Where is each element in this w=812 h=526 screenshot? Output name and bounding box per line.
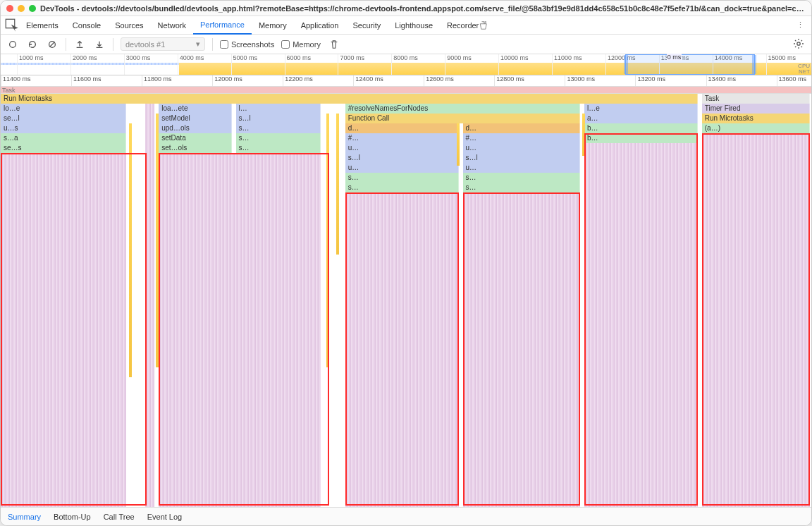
time-ruler[interactable]: 11400 ms11600 ms11800 ms12000 ms12200 ms… — [1, 75, 811, 87]
flame-frame[interactable]: u…s — [1, 123, 126, 133]
trash-icon[interactable] — [328, 38, 340, 51]
ruler-tick: 12200 ms — [283, 75, 313, 86]
overview-window[interactable]: 0 ms — [625, 54, 755, 75]
ruler-tick: 11400 ms — [1, 75, 31, 86]
tab-performance[interactable]: Performance — [193, 16, 252, 35]
flame-frame[interactable]: s… — [463, 173, 581, 183]
panel-tabs: Elements Console Sources Network Perform… — [1, 16, 811, 35]
perf-toolbar: devtools #1▾ Screenshots Memory — [1, 35, 811, 54]
screenshots-checkbox[interactable]: Screenshots — [220, 40, 274, 49]
gear-icon[interactable] — [792, 38, 806, 51]
flame-timer-fired[interactable]: Timer Fired — [702, 104, 810, 114]
flame-frame[interactable]: s…l — [345, 153, 459, 163]
tab-sources[interactable]: Sources — [108, 16, 150, 35]
flame-resolve-names[interactable]: #resolveNamesForNodes — [345, 104, 581, 114]
flame-frame[interactable]: upd…ols — [159, 123, 232, 133]
record-button[interactable] — [6, 38, 19, 51]
task-track-label: Task — [2, 87, 16, 94]
flame-frame[interactable]: #… — [345, 133, 459, 143]
net-label: NET — [799, 68, 810, 75]
flame-frame[interactable]: s…a — [1, 133, 126, 143]
overview-handle-left[interactable] — [624, 55, 628, 74]
flame-frame[interactable]: s… — [345, 183, 459, 192]
flame-frame[interactable]: #… — [463, 133, 581, 143]
inspect-icon[interactable] — [5, 18, 19, 32]
flame-frame[interactable]: s…l — [463, 153, 581, 163]
flame-function-call[interactable]: Function Call — [345, 114, 581, 123]
flame-frame[interactable]: se…l — [1, 114, 126, 123]
btab-call-tree[interactable]: Call Tree — [104, 513, 135, 521]
flame-frame[interactable]: s… — [463, 183, 581, 192]
svg-line-3 — [50, 42, 55, 47]
flame-frame[interactable]: a… — [584, 114, 698, 123]
btab-bottom-up[interactable]: Bottom-Up — [54, 513, 91, 521]
flame-frame[interactable]: u… — [463, 143, 581, 153]
kebab-icon[interactable]: ⋮ — [793, 20, 807, 30]
overview-tick: 6000 ms — [285, 54, 312, 75]
flame-frame[interactable]: b… — [584, 123, 698, 133]
tab-network[interactable]: Network — [151, 16, 193, 35]
ruler-tick: 12400 ms — [353, 75, 383, 86]
flame-frame[interactable]: u… — [345, 163, 459, 173]
flame-frame[interactable]: u… — [345, 143, 459, 153]
flame-frame[interactable]: (a…) — [702, 123, 810, 133]
overview-tick: 1000 ms — [17, 54, 44, 75]
download-button[interactable] — [93, 38, 106, 51]
ruler-tick: 13200 ms — [635, 75, 665, 86]
btab-event-log[interactable]: Event Log — [147, 513, 183, 521]
flame-run-microtasks[interactable]: Run Microtasks — [1, 94, 698, 104]
overview-handle-right[interactable] — [752, 55, 756, 74]
flame-frame[interactable]: setModel — [159, 114, 232, 123]
overview-timeline[interactable]: 1000 ms2000 ms3000 ms4000 ms5000 ms6000 … — [1, 54, 811, 75]
tab-console[interactable]: Console — [66, 16, 108, 35]
flame-frame[interactable]: lo…e — [1, 104, 126, 114]
network-strip: Task — [1, 87, 811, 94]
close-icon[interactable] — [6, 5, 13, 12]
btab-summary[interactable]: Summary — [8, 513, 41, 521]
flame-frame[interactable]: d… — [463, 123, 581, 133]
svg-point-4 — [797, 42, 800, 44]
tab-application[interactable]: Application — [294, 16, 346, 35]
tab-security[interactable]: Security — [345, 16, 388, 35]
flame-frame[interactable]: s…l — [236, 114, 321, 123]
ruler-tick: 13000 ms — [565, 75, 595, 86]
tab-lighthouse[interactable]: Lighthouse — [388, 16, 440, 35]
upload-button[interactable] — [73, 38, 86, 51]
flame-frame[interactable]: u… — [463, 163, 581, 173]
chevron-down-icon: ▾ — [196, 39, 200, 49]
ruler-tick: 13600 ms — [777, 75, 807, 86]
tab-memory[interactable]: Memory — [252, 16, 294, 35]
flame-frame[interactable]: s… — [236, 143, 321, 153]
flame-frame[interactable]: d… — [345, 123, 459, 133]
flame-frame[interactable]: se…s — [1, 143, 126, 153]
overview-tick: 8000 ms — [391, 54, 418, 75]
tab-recorder[interactable]: Recorder — [440, 16, 494, 35]
memory-checkbox[interactable]: Memory — [281, 40, 321, 49]
window-controls — [6, 5, 36, 12]
flame-frame[interactable]: loa…ete — [159, 104, 232, 114]
session-select[interactable]: devtools #1▾ — [121, 37, 205, 51]
flame-frame[interactable]: s… — [236, 123, 321, 133]
clear-button[interactable] — [46, 38, 59, 51]
overview-tick: 11000 ms — [552, 54, 582, 75]
minimize-icon[interactable] — [18, 5, 25, 12]
flame-chart[interactable]: Run Microtasks Task Timer Fired Run Micr… — [1, 94, 811, 507]
flame-frame[interactable]: set…ols — [159, 143, 232, 153]
flame-frame[interactable]: l… — [236, 104, 321, 114]
svg-point-1 — [10, 41, 16, 47]
reload-record-button[interactable] — [26, 38, 39, 51]
flame-frame[interactable]: l…e — [584, 104, 698, 114]
overview-tick: 7000 ms — [338, 54, 364, 75]
flame-task[interactable]: Task — [702, 94, 810, 104]
overview-tick: 4000 ms — [178, 54, 204, 75]
overview-tick: 9000 ms — [445, 54, 472, 75]
tab-elements[interactable]: Elements — [19, 16, 66, 35]
zoom-icon[interactable] — [29, 5, 36, 12]
flame-frame[interactable]: setData — [159, 133, 232, 143]
flame-run-microtasks-2[interactable]: Run Microtasks — [702, 114, 810, 123]
flame-frame[interactable]: s… — [345, 173, 459, 183]
window-title: DevTools - devtools://devtools/bundled/d… — [40, 4, 806, 13]
flame-frame[interactable]: s… — [236, 133, 321, 143]
flame-frame[interactable]: b… — [584, 133, 698, 143]
devtools-window: DevTools - devtools://devtools/bundled/d… — [0, 0, 812, 526]
